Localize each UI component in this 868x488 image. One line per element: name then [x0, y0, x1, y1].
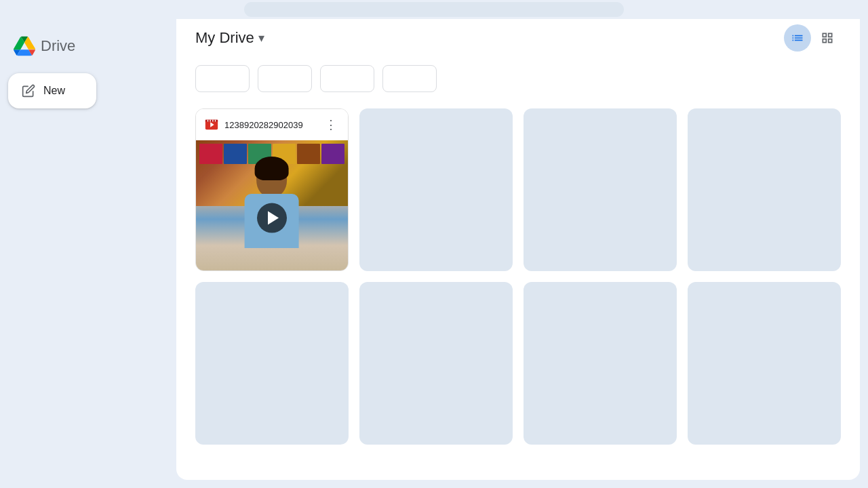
file-more-options-1[interactable]: ⋮: [322, 116, 340, 134]
file-card-skeleton-7: [524, 282, 677, 445]
grid-view-icon: [821, 31, 834, 45]
files-grid: 1238920282902039 ⋮: [195, 108, 841, 445]
file-title-area: 1238920282902039: [204, 117, 303, 132]
search-bar-placeholder[interactable]: [244, 2, 624, 17]
list-view-icon: [791, 31, 804, 45]
video-thumbnail-area: [196, 140, 348, 271]
file-name-1: 1238920282902039: [224, 120, 303, 130]
video-file-icon: [204, 117, 219, 132]
page-header: My Drive ▾: [195, 24, 841, 52]
page-title: My Drive: [195, 29, 254, 47]
filter-row: [195, 65, 841, 92]
file-card-skeleton-2: [359, 108, 513, 271]
video-play-overlay[interactable]: [257, 203, 287, 233]
sidebar: Drive New: [0, 0, 176, 488]
filter-chip-2[interactable]: [258, 65, 312, 92]
new-button-label: New: [43, 85, 65, 97]
file-card-skeleton-8: [688, 282, 841, 445]
filter-chip-3[interactable]: [320, 65, 374, 92]
file-card-skeleton-3: [524, 108, 677, 271]
title-dropdown-arrow[interactable]: ▾: [258, 30, 264, 45]
file-card-skeleton-5: [195, 282, 349, 445]
file-card-skeleton-4: [688, 108, 841, 271]
filter-chip-1[interactable]: [195, 65, 250, 92]
main-content: My Drive ▾: [176, 8, 860, 480]
play-triangle-icon: [268, 211, 279, 225]
new-button[interactable]: New: [8, 73, 96, 108]
view-toggle: [784, 24, 841, 52]
page-title-area: My Drive ▾: [195, 29, 264, 47]
grid-view-button[interactable]: [814, 24, 841, 52]
svg-rect-2: [205, 120, 218, 122]
filter-chip-4[interactable]: [382, 65, 437, 92]
drive-logo-icon: [14, 35, 35, 57]
list-view-button[interactable]: [784, 24, 811, 52]
file-card-skeleton-6: [359, 282, 513, 445]
file-card-header: 1238920282902039 ⋮: [196, 109, 348, 140]
logo-area: Drive: [5, 30, 171, 68]
pencil-icon: [22, 84, 35, 98]
app-title: Drive: [41, 37, 75, 55]
file-card-video[interactable]: 1238920282902039 ⋮: [195, 108, 349, 271]
